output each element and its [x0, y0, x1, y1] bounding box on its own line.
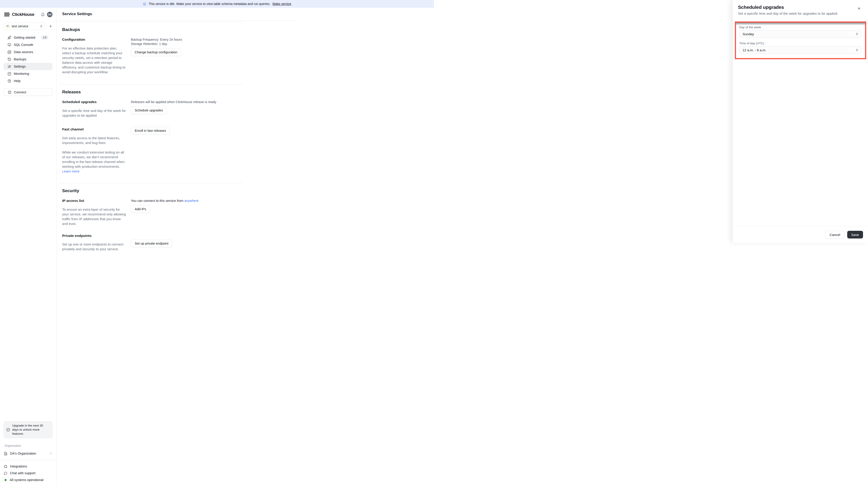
sidebar-item-backups[interactable]: Backups: [4, 56, 53, 63]
scheduled-upgrades-label: Scheduled upgrades: [62, 100, 127, 104]
banner-text: This service is idle. Wake your service …: [149, 2, 270, 6]
sidebar-item-label: Backups: [14, 57, 26, 61]
sidebar-item-label: Monitoring: [14, 72, 29, 75]
svg-text:aws: aws: [6, 25, 9, 26]
sidebar-item-getting-started[interactable]: Getting started 1/5: [4, 34, 53, 41]
releases-heading: Releases: [62, 90, 298, 94]
rocket-icon: [7, 36, 11, 39]
learn-more-link[interactable]: Learn more: [62, 169, 80, 173]
sidebar-item-help[interactable]: Help: [4, 77, 53, 85]
schedule-upgrades-button[interactable]: Schedule upgrades: [131, 107, 167, 114]
change-backup-configuration-button[interactable]: Change backup configuration: [131, 49, 181, 56]
page-header: Service Settings: [57, 8, 298, 21]
data-sources-icon: [7, 50, 11, 54]
avatar[interactable]: DA: [47, 12, 53, 17]
private-endpoints-label: Private endpoints: [62, 234, 127, 238]
connect-label: Connect: [14, 90, 26, 94]
idle-banner: This service is idle. Wake your service …: [0, 0, 434, 8]
add-ips-button[interactable]: Add IPs: [131, 205, 150, 213]
enroll-fast-releases-button[interactable]: Enroll in fast releases: [131, 127, 170, 134]
wake-service-link[interactable]: Wake service: [272, 2, 291, 6]
ip-access-description: To ensure an extra layer of security for…: [62, 207, 127, 226]
bell-icon[interactable]: [41, 13, 45, 17]
progress-badge: 1/5: [41, 35, 49, 40]
sidebar-item-data-sources[interactable]: Data sources: [4, 49, 53, 56]
settings-sliders-icon: [7, 65, 11, 68]
ip-access-list-label: IP access list: [62, 199, 127, 203]
backups-history-icon: [7, 57, 11, 61]
sql-console-icon: [7, 43, 11, 47]
chevron-up-down-icon: [40, 25, 43, 28]
service-selector-value: test service: [12, 24, 38, 28]
ip-connect-info: You can connect to this service from any…: [131, 199, 298, 203]
section-divider: [59, 183, 243, 183]
sidebar-item-settings[interactable]: Settings: [4, 63, 53, 70]
connect-button[interactable]: Connect: [4, 89, 53, 96]
backup-frequency-info: Backup Frequency: Every 24 hours: [131, 37, 298, 42]
sidebar-item-label: SQL Console: [14, 43, 33, 47]
storage-retention-info: Storage Retention: 1 day: [131, 42, 298, 46]
setup-private-endpoint-button[interactable]: Set up private endpoint: [131, 240, 172, 243]
sidebar-item-label: Help: [14, 79, 21, 83]
aws-icon: aws: [6, 25, 10, 28]
help-circle-icon: [7, 79, 11, 83]
configuration-label: Configuration: [62, 37, 127, 41]
main-panel: Service Settings Backups Configuration F…: [57, 8, 298, 243]
alarm-snooze-icon: [143, 2, 147, 6]
sidebar-item-label: Settings: [14, 65, 26, 68]
anywhere-link[interactable]: anywhere: [184, 199, 198, 203]
sidebar: ClickHouse DA aws test service: [0, 8, 57, 243]
section-divider: [59, 22, 243, 22]
app-logo: ClickHouse: [12, 12, 34, 17]
clickhouse-logo-icon: [4, 12, 10, 17]
sidebar-item-sql-console[interactable]: SQL Console: [4, 41, 53, 49]
private-endpoints-description: Set up one or more endpoints to connect …: [62, 242, 127, 243]
fast-channel-label: Fast channel: [62, 127, 127, 131]
fast-channel-description-1: Get early access to the latest features,…: [62, 135, 127, 145]
monitoring-chart-icon: [7, 72, 11, 76]
sidebar-item-label: Getting started: [14, 36, 35, 39]
releases-info: Releases will be applied when ClickHouse…: [131, 100, 298, 104]
section-divider: [59, 84, 243, 85]
scheduled-upgrades-description: Set a specific time and day of the week …: [62, 108, 127, 118]
security-heading: Security: [62, 188, 298, 193]
backups-heading: Backups: [62, 27, 298, 32]
backups-description: For an effective data protection plan, s…: [62, 46, 127, 74]
add-service-button[interactable]: [49, 24, 53, 28]
page-title: Service Settings: [62, 12, 92, 16]
service-selector[interactable]: aws test service: [4, 23, 45, 30]
sidebar-item-label: Data sources: [14, 50, 33, 54]
connect-icon: [8, 90, 11, 94]
fast-channel-description-2: While we conduct extensive testing on al…: [62, 150, 127, 174]
sidebar-nav: Getting started 1/5 SQL Console Data sou…: [0, 34, 57, 85]
sidebar-item-monitoring[interactable]: Monitoring: [4, 70, 53, 77]
